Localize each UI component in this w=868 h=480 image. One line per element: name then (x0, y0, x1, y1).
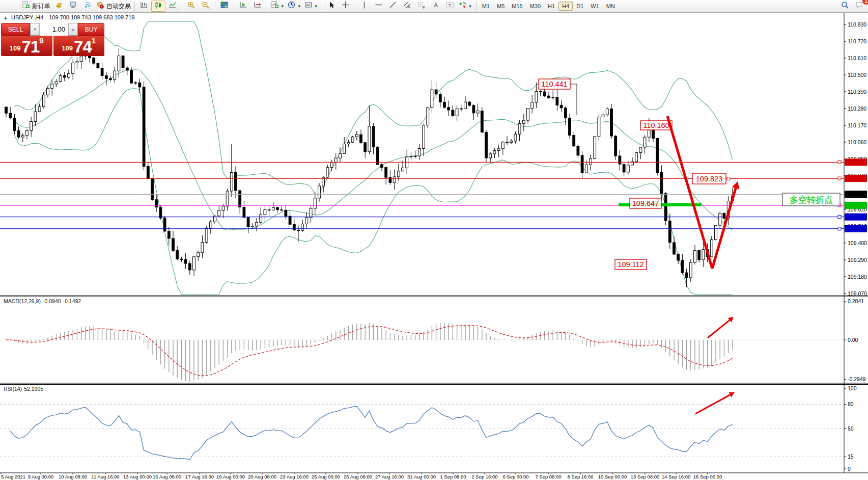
text-button[interactable]: A (429, 1, 443, 12)
indicators-icon (271, 1, 279, 11)
svg-text:5 Aug 2021: 5 Aug 2021 (1, 474, 25, 479)
indicators-button[interactable]: ▼ (269, 1, 286, 12)
svg-text:109.070: 109.070 (848, 290, 867, 297)
cursor-icon (327, 1, 335, 11)
svg-text:8 Sep 16:00: 8 Sep 16:00 (567, 474, 593, 479)
buy-price-big: 74 (74, 38, 92, 55)
buy-price-display[interactable]: 109 74 1 (53, 36, 105, 56)
chat-button[interactable]: 1 (852, 1, 866, 12)
chart-window-icon-icon (5, 1, 13, 11)
zoom-in-button[interactable] (184, 1, 199, 12)
time-axis[interactable]: 5 Aug 20219 Aug 00:0010 Aug 08:0011 Aug … (1, 473, 722, 479)
svg-text:0: 0 (848, 466, 851, 472)
chart-window-icon[interactable] (2, 1, 16, 12)
turning-point-note[interactable]: 多空转折点 (782, 193, 840, 206)
timeframe-m5[interactable]: M5 (493, 2, 508, 11)
chart-shift-button[interactable] (250, 1, 265, 12)
vertical-line-button[interactable] (357, 1, 372, 12)
toolbar-separator (182, 2, 182, 11)
templates-button[interactable]: ▼ (303, 1, 320, 12)
svg-text:16 Aug 08:00: 16 Aug 08:00 (153, 474, 181, 479)
terminal-button[interactable] (66, 1, 80, 12)
sell-price-big: 71 (22, 38, 40, 55)
macd-label: MACD(12,26,9)-0.0940-0.1492 (4, 298, 83, 304)
svg-text:2 Sep 16:00: 2 Sep 16:00 (471, 474, 497, 479)
periods-button[interactable]: ▼ (286, 1, 303, 12)
sell-button[interactable]: SELL (1, 23, 30, 36)
svg-text:6 Sep 00:00: 6 Sep 00:00 (502, 474, 528, 479)
svg-text:110.500: 110.500 (848, 72, 866, 78)
market-button[interactable] (52, 1, 66, 12)
crosshair-button[interactable] (339, 1, 353, 12)
volume-decrease-button[interactable]: ▼ (31, 23, 40, 35)
svg-text:110.280: 110.280 (848, 105, 866, 112)
collapse-marker-icon[interactable]: ▲ (4, 16, 8, 20)
line-chart-button[interactable] (165, 1, 180, 12)
price-badge (845, 225, 867, 232)
timeframe-m30[interactable]: M30 (526, 2, 544, 11)
zoom-out-button[interactable] (199, 1, 213, 12)
search-button[interactable] (838, 1, 852, 12)
svg-text:110.390: 110.390 (848, 89, 866, 95)
timeframe-h1[interactable]: H1 (544, 2, 558, 11)
volume-input[interactable] (40, 23, 68, 36)
equidistant-channel-button[interactable]: E (400, 1, 414, 12)
trendline-button[interactable] (386, 1, 400, 12)
price-label-110160[interactable]: 110.160 (640, 121, 672, 130)
toolbar-separator (215, 2, 215, 11)
templates-icon (304, 1, 313, 11)
timeframe-m1[interactable]: M1 (479, 2, 493, 11)
buy-price-prefix: 109 (62, 42, 73, 55)
chart-shift-icon (254, 1, 262, 11)
level-handle[interactable] (838, 177, 841, 180)
svg-text:-0.2949: -0.2949 (848, 376, 866, 382)
svg-text:110.830: 110.830 (848, 21, 866, 28)
toolbar-separator (234, 2, 234, 11)
sell-price-display[interactable]: 109 71 9 (1, 36, 52, 56)
bar-chart-button[interactable] (137, 1, 151, 12)
timeframe-m15[interactable]: M15 (508, 2, 526, 11)
svg-text:110.720: 110.720 (848, 38, 866, 44)
price-badge (845, 202, 867, 209)
autotrading-button[interactable]: 自动交易 (95, 1, 132, 12)
level-handle[interactable] (838, 161, 841, 164)
arrows-tool-button[interactable]: ▼ (457, 1, 474, 12)
price-badge (845, 214, 867, 221)
cursor-button[interactable] (324, 1, 339, 12)
svg-text:9 Aug 00:00: 9 Aug 00:00 (28, 474, 54, 479)
symbol-timeframe-label: USDJPY-,H4 (11, 14, 43, 20)
price-label-109647[interactable]: 109.647 (630, 198, 661, 208)
line-chart-icon (169, 1, 177, 11)
timeframe-h4[interactable]: H4 (558, 2, 573, 11)
fibonacci-button[interactable]: F (414, 1, 429, 12)
zoom-out-icon (202, 1, 210, 11)
text-label-icon: T (446, 1, 454, 11)
buy-button[interactable]: BUY (78, 23, 104, 36)
svg-text:7 Sep 08:00: 7 Sep 08:00 (535, 474, 561, 479)
price-label-109823[interactable]: 109.823 (692, 173, 730, 184)
price-label-109112[interactable]: 109.112 (615, 259, 647, 270)
timeframe-d1[interactable]: D1 (573, 2, 587, 11)
svg-text:109.823: 109.823 (696, 175, 722, 183)
rsi-label: RSI(14)52.1905 (4, 386, 45, 392)
toolbar-separator (476, 2, 477, 11)
vertical-line-icon (360, 1, 369, 11)
tile-windows-button[interactable] (217, 1, 232, 12)
timeframe-mn[interactable]: MN (603, 2, 619, 11)
timeframe-w1[interactable]: W1 (587, 2, 603, 11)
level-handle[interactable] (838, 227, 841, 230)
text-label-button[interactable]: T (443, 1, 457, 12)
level-handle[interactable] (838, 216, 841, 219)
horizontal-line-button[interactable] (372, 1, 386, 12)
new-order-button[interactable]: 新订单 (20, 1, 52, 12)
price-badge (845, 175, 867, 182)
signals-icon (83, 1, 92, 11)
buy-price-pip: 1 (92, 37, 96, 44)
candlestick-chart-button[interactable] (151, 1, 165, 12)
volume-increase-button[interactable]: ▲ (68, 23, 77, 35)
svg-text:109.180: 109.180 (848, 274, 867, 280)
crosshair-icon (342, 1, 350, 11)
auto-scroll-button[interactable] (236, 1, 250, 12)
signals-button[interactable] (80, 1, 95, 12)
chart-canvas[interactable]: 110.830110.720110.610110.500110.390110.2… (0, 0, 868, 480)
